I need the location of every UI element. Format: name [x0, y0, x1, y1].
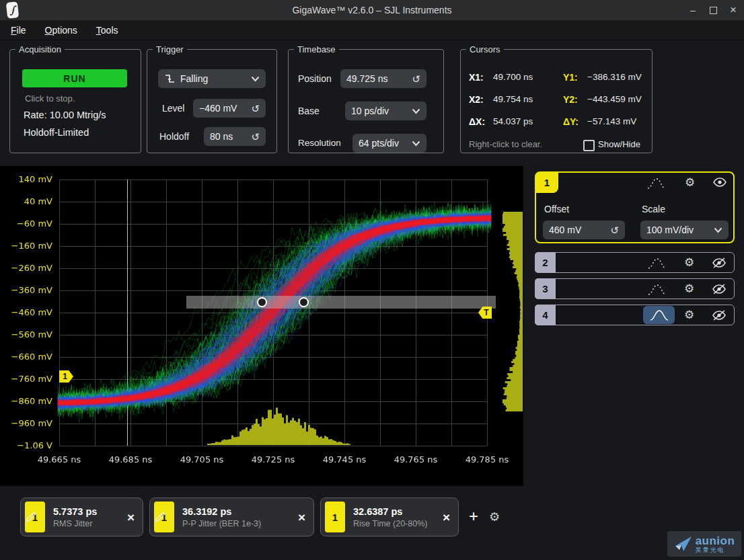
timebase-position-field[interactable]: 49.725 ns ↺ — [340, 69, 426, 88]
channel-settings-gear-icon[interactable]: ⚙ — [685, 175, 695, 189]
remove-measurement-icon[interactable]: × — [298, 511, 305, 524]
measurement-channel-badge: 1 — [325, 502, 345, 532]
channel-settings-gear-icon[interactable]: ⚙ — [684, 308, 694, 321]
timebase-base-value: 10 ps/div — [351, 106, 408, 116]
remove-measurement-icon[interactable]: × — [127, 511, 135, 524]
y-axis-tick-label: −860 mV — [3, 396, 52, 406]
cursors-legend: Cursors — [466, 44, 504, 54]
cursor-dx-value: 54.037 ps — [493, 116, 533, 126]
waveform-style-icon[interactable] — [647, 282, 667, 297]
y-axis-tick-label: −360 mV — [3, 285, 52, 295]
measurement-region-band[interactable] — [186, 296, 496, 309]
channel-badge[interactable]: 3 — [535, 278, 556, 299]
timebase-resolution-label: Resolution — [298, 138, 341, 148]
waveform-style-button-active[interactable] — [643, 306, 675, 324]
menu-item[interactable]: Tools — [96, 25, 118, 36]
acquisition-status: Holdoff-Limited — [24, 127, 89, 138]
x-axis-tick-label: 49.685 ns — [100, 454, 161, 465]
cursor-x2-label: X2: — [469, 94, 484, 105]
chevron-down-icon — [251, 76, 260, 82]
channel-badge[interactable]: 2 — [535, 252, 556, 273]
channel-badge[interactable]: 4 — [535, 305, 556, 325]
timebase-base-select[interactable]: 10 ps/div — [345, 102, 426, 120]
y-axis-tick-label: 40 mV — [3, 196, 52, 206]
channel3-row[interactable]: 3 ⚙ — [535, 278, 735, 299]
run-button[interactable]: RUN — [22, 69, 127, 87]
channel1-panel: 1 ⚙ Offset Scale 460 mV ↺ 100 mV/div — [535, 171, 735, 243]
watermark-brand: aunion — [696, 535, 735, 547]
trigger-rate: Rate: 10.00 Mtrig/s — [24, 110, 106, 120]
visibility-eye-off-icon[interactable] — [712, 310, 727, 321]
cursor-y1-label: Y1: — [563, 72, 578, 83]
channel1-scale-value: 100 mV/div — [646, 225, 710, 235]
measurement-label: Rise Time (20-80%) — [353, 519, 435, 528]
run-hint: Click to stop. — [25, 93, 75, 104]
x-axis-tick-label: 49.705 ns — [171, 454, 233, 465]
timebase-panel: Timebase Position 49.725 ns ↺ Base 10 ps… — [288, 44, 444, 153]
trigger-panel: Trigger Falling Level −460 mV ↺ Holdoff … — [147, 44, 277, 153]
cursor-dy-value: −57.143 mV — [587, 116, 636, 126]
visibility-eye-off-icon[interactable] — [712, 284, 727, 294]
reset-icon[interactable]: ↺ — [251, 132, 260, 142]
waveform-style-icon[interactable] — [647, 256, 667, 271]
trigger-holdoff-value: 80 ns — [210, 131, 247, 142]
cursors-showhide-checkbox[interactable] — [583, 140, 595, 151]
measurement-settings-gear-icon[interactable]: ⚙ — [489, 510, 500, 524]
y-axis-tick-label: −960 mV — [3, 418, 52, 428]
reset-icon[interactable]: ↺ — [610, 225, 619, 235]
measurement-value: 5.7373 ps — [53, 506, 119, 517]
channel2-row[interactable]: 2 ⚙ — [535, 252, 735, 273]
channel1-scale-select[interactable]: 100 mV/div — [640, 221, 729, 239]
reset-icon[interactable]: ↺ — [251, 104, 260, 114]
remove-measurement-icon[interactable]: × — [443, 511, 450, 524]
x-axis-tick-label: 49.745 ns — [313, 454, 375, 465]
cursor-x1-label: X1: — [469, 72, 484, 83]
oscilloscope-app: ∫ GigaWave™ v2.6.0 – SJL Instruments – ×… — [0, 0, 744, 560]
acquisition-legend: Acquisition — [15, 44, 65, 54]
menu-item[interactable]: File — [11, 25, 26, 36]
cursors-panel: Cursors X1: 49.700 ns Y1: −386.316 mV X2… — [460, 44, 653, 153]
visibility-eye-icon[interactable] — [712, 177, 727, 188]
cursor-x1-value: 49.700 ns — [493, 72, 533, 82]
waveform-style-icon[interactable] — [646, 176, 667, 191]
cursors-hint: Right-click to clear. — [469, 139, 542, 149]
y-axis-tick-label: −160 mV — [3, 241, 52, 251]
y-axis-tick-label: −660 mV — [3, 352, 52, 362]
trigger-holdoff-field[interactable]: 80 ns ↺ — [204, 127, 266, 146]
menu-item[interactable]: Options — [45, 25, 77, 36]
timebase-resolution-select[interactable]: 64 pts/div — [352, 134, 426, 153]
waveform-canvas[interactable] — [0, 166, 523, 486]
acquisition-panel: Acquisition RUN Click to stop. Rate: 10.… — [9, 44, 141, 153]
channel-settings-gear-icon[interactable]: ⚙ — [684, 282, 694, 295]
visibility-eye-off-icon[interactable] — [712, 257, 727, 268]
channel1-badge[interactable]: 1 — [535, 172, 558, 193]
y-axis-tick-label: −260 mV — [3, 263, 52, 273]
y-axis-tick-label: 140 mV — [3, 174, 52, 184]
measurement-card: 1 5.7373 ps RMS Jitter × — [20, 497, 143, 536]
trigger-level-field[interactable]: −460 mV ↺ — [193, 99, 266, 118]
trigger-edge-select[interactable]: Falling — [158, 69, 266, 88]
region-handle-left[interactable] — [257, 297, 267, 307]
minimize-button[interactable]: – — [687, 5, 698, 15]
close-button[interactable]: × — [728, 5, 739, 15]
reset-icon[interactable]: ↺ — [412, 74, 420, 84]
region-handle-right[interactable] — [299, 297, 309, 307]
maximize-button[interactable] — [708, 5, 718, 15]
x-axis-tick-label: 49.725 ns — [242, 454, 304, 465]
chevron-down-icon — [714, 227, 722, 233]
falling-edge-icon — [164, 73, 176, 84]
waveform-plot-area: 140 mV40 mV−60 mV−160 mV−260 mV−360 mV−4… — [0, 166, 523, 486]
edit-pencil-icon[interactable] — [25, 512, 36, 523]
measurement-card: 1 36.3192 ps P-P Jitter (BER 1e-3) × — [149, 497, 314, 536]
measurement-card: 1 32.6387 ps Rise Time (20-80%) × — [320, 497, 459, 536]
watermark-subtitle: 昊量光电 — [696, 547, 735, 553]
y-axis-tick-label: −1.06 V — [3, 440, 52, 450]
chevron-down-icon — [412, 141, 420, 147]
add-measurement-button[interactable]: + — [465, 506, 482, 526]
channel1-offset-field[interactable]: 460 mV ↺ — [543, 221, 625, 239]
edit-pencil-icon[interactable] — [154, 512, 165, 523]
channel-settings-gear-icon[interactable]: ⚙ — [684, 255, 694, 269]
measurement-value: 36.3192 ps — [182, 506, 290, 517]
channel4-row[interactable]: 4 ⚙ — [535, 305, 735, 325]
scale-label: Scale — [642, 204, 665, 214]
